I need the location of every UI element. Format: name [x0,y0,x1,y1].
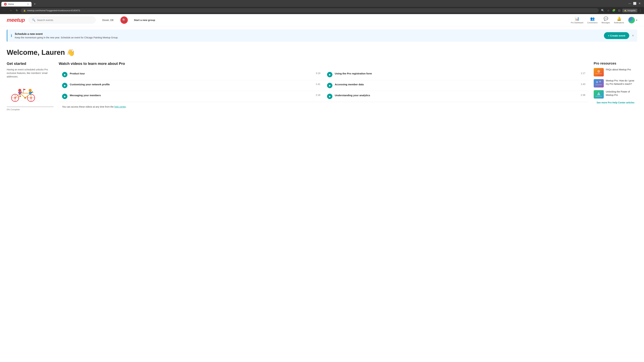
video-title: Understanding your analytics [335,94,578,97]
tab-close-button[interactable]: ✕ [27,3,29,5]
refresh-button[interactable]: ↻ [15,8,19,13]
video-info: Using the Pro registration form [335,72,578,76]
avatar-image [628,17,635,23]
banner-close-button[interactable]: × [632,34,634,37]
play-icon: ▶ [64,73,66,76]
video-item-customizing-network: ▶ Customizing your network profile 1:41 [59,80,324,91]
play-icon: ▶ [64,95,66,98]
video-item-accessing-member-data: ▶ Accessing member data 1:43 [324,80,589,91]
browser-chrome: M Home ✕ + — ⬜ ✕ ← → ↻ 🔒 meetup.com/home… [0,0,644,14]
user-avatar[interactable] [628,16,635,24]
svg-rect-41 [595,73,602,74]
resource-item-unlocking-power[interactable]: Unlocking the Power of Meetup Pro [594,90,637,98]
resource-label-grow-reach: Meetup Pro: How do I grow my Pro Network… [606,79,637,87]
svg-marker-34 [24,89,26,90]
nav-pro-dashboard[interactable]: 📊 Pro Dashboard [571,16,583,24]
user-menu[interactable]: ▾ [628,16,637,24]
forward-button[interactable]: → [8,8,13,13]
meetup-logo[interactable]: meetup [7,16,25,24]
browser-tabs: M Home ✕ + — ⬜ ✕ [0,0,644,7]
play-accessing-button[interactable]: ▶ [327,83,332,88]
connections-label: Connections [587,22,598,24]
bookmark-button[interactable]: ☆ [606,8,610,13]
get-started-title: Get started [7,61,54,66]
play-analytics-button[interactable]: ▶ [327,94,332,99]
search-bar[interactable]: 🔍 [28,16,96,23]
resource-label-unlocking: Unlocking the Power of Meetup Pro [606,90,637,98]
search-submit-button[interactable]: 🔍 [120,16,128,24]
resource-thumbnail-faqs [594,68,604,76]
address-bar[interactable]: 🔒 meetup.com/home/?suggested=true&source… [21,8,599,13]
svg-line-17 [20,93,25,98]
back-button[interactable]: ← [2,8,7,13]
notifications-icon: 🔔 [617,16,621,21]
nav-notifications[interactable]: 🔔 Notifications [614,16,624,24]
welcome-heading: Welcome, Lauren 👋 [7,48,637,56]
video-duration: 1:17 [581,72,585,75]
create-event-button[interactable]: + Create event [604,32,629,39]
maximize-button[interactable]: ⬜ [633,2,636,5]
play-using-pro-button[interactable]: ▶ [327,72,332,77]
video-duration: 2:18 [316,94,320,96]
connections-icon: 👥 [590,16,595,21]
video-info: Understanding your analytics [335,94,578,98]
close-window-button[interactable]: ✕ [638,2,641,5]
resource-item-faqs[interactable]: FAQs about Meetup Pro [594,68,637,76]
video-duration: 3:19 [316,72,320,75]
play-messaging-button[interactable]: ▶ [62,94,68,99]
play-customizing-button[interactable]: ▶ [62,83,68,88]
messages-label: Messages [602,22,610,24]
user-menu-chevron: ▾ [636,19,637,21]
notification-banner: ℹ Schedule a new event Keep the momentum… [7,29,637,42]
play-product-tour-button[interactable]: ▶ [62,72,68,77]
incognito-label: Incognito [628,9,636,12]
video-info: Product tour [70,72,314,76]
video-title: Using the Pro registration form [335,72,578,75]
banner-content: Schedule a new event Keep the momentum g… [15,32,601,39]
svg-text:meetup: meetup [7,17,25,23]
see-more-link[interactable]: See more Pro Help Center articles [594,101,637,104]
get-started-panel: Get started Having an event scheduled un… [7,61,54,111]
play-icon: ▶ [329,95,331,98]
video-title: Product tour [70,72,314,75]
new-tab-button[interactable]: + [32,1,38,7]
videos-section-title: Watch videos to learn more about Pro [59,61,589,66]
tab-favicon: M [4,3,7,5]
search-submit-icon: 🔍 [122,18,126,22]
svg-rect-42 [594,79,604,87]
pro-resources-title: Pro resources [594,61,637,65]
video-info: Customizing your network profile [70,83,314,87]
main-content: Get started Having an event scheduled un… [0,58,644,115]
nav-messages[interactable]: 💬 Messages [602,16,610,24]
svg-point-43 [596,81,598,83]
banner-title: Schedule a new event [15,32,601,35]
nav-connections[interactable]: 👥 Connections [587,16,598,24]
play-icon: ▶ [329,84,331,87]
messages-icon: 💬 [604,16,608,21]
svg-rect-45 [595,84,602,85]
search-toolbar-button[interactable]: 🔍 [600,8,605,13]
help-center-link[interactable]: help center [114,105,126,108]
browser-menu-button[interactable]: ⋮ [639,8,642,12]
search-input[interactable] [37,18,92,21]
wave-emoji: 👋 [66,49,75,56]
window-controls: — ⬜ ✕ [626,2,643,6]
incognito-icon: 🕵 [624,9,626,12]
svg-point-31 [18,89,21,92]
incognito-button[interactable]: 🕵 Incognito [622,9,637,12]
minimize-button[interactable]: — [628,2,631,5]
video-item-product-tour: ▶ Product tour 3:19 [59,69,324,80]
resource-label-faqs: FAQs about Meetup Pro [606,68,631,76]
split-screen-button[interactable]: ⊡ [618,8,621,13]
progress-container: 0% Complete [7,106,54,111]
search-icon: 🔍 [32,18,36,22]
notifications-label: Notifications [614,22,624,24]
resource-item-grow-reach[interactable]: Meetup Pro: How do I grow my Pro Network… [594,79,637,87]
pro-resources-panel: Pro resources FAQs about Meetup Pro [594,61,637,111]
extensions-button[interactable]: 🧩 [612,8,616,13]
svg-point-40 [598,70,600,73]
active-tab[interactable]: M Home ✕ [1,2,32,6]
play-icon: ▶ [329,73,331,76]
start-new-group-button[interactable]: Start a new group [131,18,158,21]
svg-point-29 [29,89,32,92]
